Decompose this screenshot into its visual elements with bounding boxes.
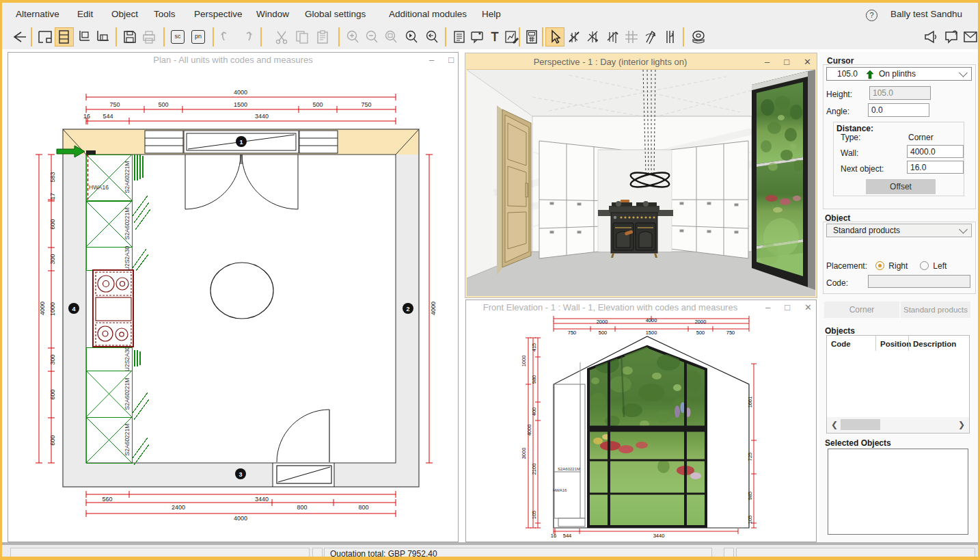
svg-text:980: 980 [531,375,537,384]
placement-label: Placement: [826,261,867,271]
next-object-field[interactable]: 16.0 [907,161,964,174]
perspective-maximize-icon[interactable]: □ [784,55,789,70]
copy-icon[interactable] [293,28,311,46]
perspective-cabinets-right [670,141,748,258]
scroll-right-icon[interactable]: ❯ [958,420,965,429]
redo-icon[interactable] [237,28,255,46]
elevation-minimize-icon[interactable]: – [765,300,770,315]
status-segment-5 [736,548,975,560]
plan-entry-door [273,410,334,487]
cursor-preset-dropdown[interactable]: 105.0 On plinths [826,67,972,81]
corner-button[interactable]: Corner [824,302,899,318]
announce-icon[interactable] [922,28,940,46]
svg-text:S2A60221M: S2A60221M [558,467,580,471]
view-elevation-dims-icon[interactable] [94,28,111,46]
plan-titlebar[interactable]: Plan - All units with codes and measures… [8,53,458,68]
comment-icon[interactable] [468,28,486,46]
menu-object[interactable]: Object [111,3,138,25]
text-icon[interactable]: T [486,28,504,46]
back-icon[interactable] [10,28,28,46]
code-field[interactable] [868,275,970,288]
offset-button[interactable]: Offset [866,179,936,194]
standard-products-button[interactable]: Standard products [901,302,970,318]
menu-window[interactable]: Window [256,3,289,25]
zoom-in-icon[interactable] [344,28,362,46]
dim-wall-icon[interactable] [565,28,583,46]
objects-table[interactable]: Code Position Description ❮ ❯ [826,335,970,434]
perspective-view[interactable] [467,70,815,296]
view-plan-icon[interactable] [36,28,54,46]
pointer-icon[interactable] [546,28,564,46]
zoom-window-icon[interactable] [382,28,400,46]
svg-text:2: 2 [406,306,409,312]
pn-button[interactable]: pn [189,28,207,46]
svg-text:544: 544 [103,113,113,120]
elevation-close-icon[interactable]: ✕ [804,300,812,315]
view-elevation-icon[interactable] [55,28,73,46]
object-category-dropdown[interactable]: Standard products [826,224,972,237]
menu-alternative[interactable]: Alternative [16,3,59,25]
menu-perspective[interactable]: Perspective [194,3,243,25]
cut-icon[interactable] [273,28,290,46]
elevation-view[interactable]: S2A60221M HWA16 [466,315,816,541]
svg-text:T: T [491,30,499,44]
user-name[interactable]: Bally test Sandhu [890,3,962,25]
svg-text:4000: 4000 [646,317,657,323]
distance-title: Distance: [836,124,873,133]
rotate-object-icon[interactable] [642,28,659,46]
side-panel: Cursor 105.0 On plinths Height: 105.0 An… [819,52,980,542]
placement-right-radio[interactable]: Right [875,261,908,271]
elevation-titlebar[interactable]: Front Elevation - 1 : Wall - 1, Elevatio… [466,300,816,315]
wall-field[interactable]: 4000.0 [907,145,964,158]
print-icon[interactable] [140,28,158,46]
svg-text:600: 600 [49,219,56,229]
menu-help[interactable]: Help [482,3,501,25]
menu-tools[interactable]: Tools [154,3,176,25]
svg-text:16: 16 [551,533,556,539]
menu-edit[interactable]: Edit [77,3,93,25]
scroll-thumb[interactable] [841,419,880,430]
height-field[interactable]: 105.0 [869,86,931,100]
angle-field[interactable]: 0.0 [868,103,929,117]
help-icon[interactable]: ? [866,10,877,21]
dim-custom-icon[interactable] [603,28,621,46]
note-icon[interactable] [450,28,468,46]
parallel-wall-icon[interactable] [661,28,679,46]
chevron-down-icon2 [959,225,968,234]
plan-maximize-icon[interactable]: □ [448,53,454,68]
perspective-close-icon[interactable]: ✕ [804,55,811,70]
perspective-minimize-icon[interactable]: – [765,55,770,70]
tape-measure-icon[interactable] [690,28,707,46]
placement-left-radio[interactable]: Left [920,261,947,271]
plan-drawing[interactable]: S2A60221M S2A60221M U2S2A30 U2S2A30 S2A6… [8,68,458,542]
svg-text:4000: 4000 [430,302,437,315]
calculator-icon[interactable] [523,28,541,46]
mail-icon[interactable] [962,28,979,46]
angle-label: Angle: [826,107,849,116]
zoom-out-icon[interactable] [363,28,381,46]
svg-text:3440: 3440 [653,533,665,539]
grid-icon[interactable] [623,28,640,46]
zoom-cursor-icon[interactable] [403,28,420,46]
perspective-window: Perspective - 1 : Day (interior lights o… [465,53,817,297]
undo-icon[interactable] [218,28,236,46]
menu-global-settings[interactable]: Global settings [305,3,366,25]
svg-text:750: 750 [361,101,371,108]
zoom-previous-icon[interactable] [423,28,441,46]
plan-minimize-icon[interactable]: – [429,53,434,68]
sc-button[interactable]: sc [169,28,187,46]
distance-type-value: Corner [908,133,934,142]
scroll-left-icon[interactable]: ❮ [831,420,838,429]
menu-additional-modules[interactable]: Additional modules [389,3,467,25]
elevation-maximize-icon[interactable]: □ [785,300,790,315]
dim-object-icon[interactable] [584,28,602,46]
paste-icon[interactable] [314,28,331,46]
svg-text:S2A60221M: S2A60221M [124,208,131,240]
selected-objects-list[interactable] [828,449,968,535]
feedback-icon[interactable] [942,28,960,46]
save-icon[interactable] [121,28,139,46]
view-plan-dims-icon[interactable] [74,28,92,46]
perspective-titlebar[interactable]: Perspective - 1 : Day (interior lights o… [467,55,815,70]
objects-hscrollbar[interactable]: ❮ ❯ [827,417,969,433]
sketch-icon[interactable] [502,28,520,46]
